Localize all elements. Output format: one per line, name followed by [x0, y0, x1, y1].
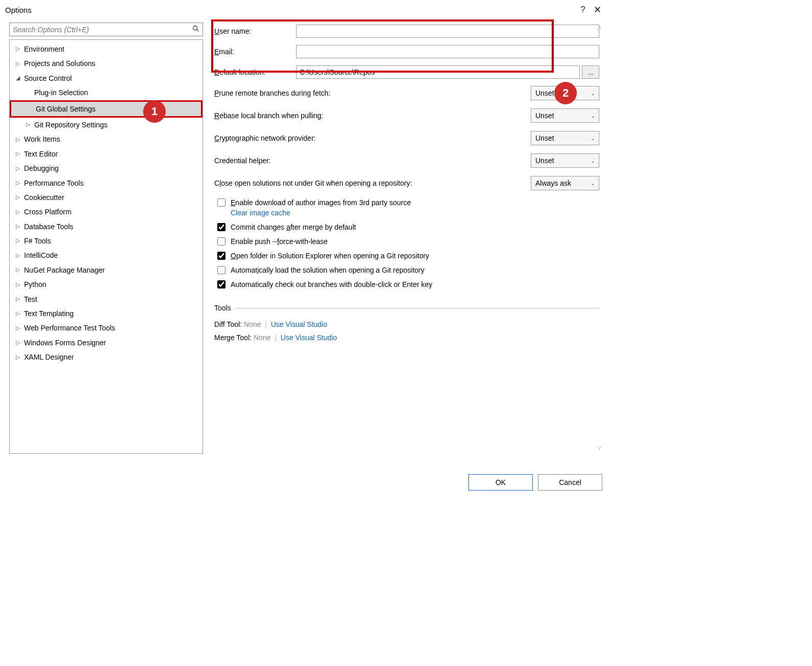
tree-item[interactable]: ▷Text Templating: [10, 306, 202, 321]
merge-tool-row: Merge Tool: None | Use Visual Studio: [214, 334, 599, 342]
tree-item[interactable]: ◢Source Control: [10, 71, 202, 85]
checkbox[interactable]: [217, 223, 225, 231]
tree-item[interactable]: ▷Database Tools: [10, 219, 202, 234]
tree-item[interactable]: ▷Environment: [10, 42, 202, 56]
expand-icon[interactable]: ◢: [14, 74, 22, 83]
checkbox[interactable]: [217, 280, 225, 288]
tree-item[interactable]: ▷Cookiecutter: [10, 190, 202, 205]
default-location-input[interactable]: [296, 65, 580, 79]
dropdown-row: Rebase local branch when pulling:Unset⌄: [214, 108, 599, 123]
tree-item-label: Python: [24, 279, 47, 290]
tree-item[interactable]: Plug-in Selection: [10, 85, 202, 100]
search-icon[interactable]: [192, 25, 199, 34]
merge-tool-use-vs-link[interactable]: Use Visual Studio: [281, 334, 337, 342]
expand-icon[interactable]: ▷: [14, 280, 22, 290]
diff-tool-value: None: [244, 320, 261, 328]
expand-icon[interactable]: ▷: [24, 120, 32, 129]
dropdown-value: Unset: [535, 157, 591, 165]
expand-icon[interactable]: ▷: [14, 265, 22, 275]
tree-item-label: Cross Platform: [24, 206, 72, 217]
checkbox-label: Automatically check out branches with do…: [231, 280, 433, 288]
expand-icon[interactable]: ▷: [14, 236, 22, 246]
help-icon[interactable]: ?: [576, 5, 590, 15]
cancel-button[interactable]: Cancel: [538, 474, 602, 491]
svg-line-1: [197, 30, 199, 32]
tree-item[interactable]: ▷NuGet Package Manager: [10, 263, 202, 277]
expand-icon[interactable]: ▷: [14, 179, 22, 188]
checkbox[interactable]: [217, 237, 225, 246]
expand-icon[interactable]: ▷: [14, 338, 22, 347]
expand-icon[interactable]: ▷: [14, 164, 22, 173]
tree-item[interactable]: ▷Text Editor: [10, 147, 202, 161]
checkbox-label: Enable download of author images from 3r…: [231, 198, 411, 207]
checkbox-row: Automatically load the solution when ope…: [214, 266, 599, 274]
tree-item[interactable]: Git Global Settings: [10, 100, 202, 118]
scroll-up-icon[interactable]: ᐱ: [598, 26, 601, 31]
search-input[interactable]: [13, 26, 192, 34]
checkbox-row: Open folder in Solution Explorer when op…: [214, 252, 599, 260]
tree-item-label: Web Performance Test Tools: [24, 322, 115, 334]
username-label: User name:: [214, 27, 296, 35]
expand-icon[interactable]: ▷: [14, 295, 22, 304]
tree-item[interactable]: ▷XAML Designer: [10, 350, 202, 364]
expand-icon[interactable]: ▷: [14, 251, 22, 260]
expand-icon[interactable]: ▷: [14, 193, 22, 202]
tree-item-label: Git Repository Settings: [34, 119, 107, 130]
tools-section-header: Tools: [214, 304, 599, 312]
tree-item[interactable]: ▷F# Tools: [10, 234, 202, 248]
tree-item[interactable]: ▷IntelliCode: [10, 248, 202, 262]
dropdown[interactable]: Unset⌄: [531, 153, 599, 168]
close-icon[interactable]: ✕: [590, 4, 604, 15]
tree-item-label: IntelliCode: [24, 250, 58, 261]
expand-icon[interactable]: ▷: [14, 45, 22, 54]
ok-button[interactable]: OK: [468, 474, 533, 491]
username-input[interactable]: [296, 25, 599, 38]
dropdown-row: Credential helper:Unset⌄: [214, 153, 599, 168]
expand-icon[interactable]: ▷: [14, 222, 22, 231]
checkbox[interactable]: [217, 252, 225, 260]
email-input[interactable]: [296, 45, 599, 58]
expand-icon[interactable]: ▷: [14, 59, 22, 69]
dropdown-label: Credential helper:: [214, 157, 531, 165]
checkbox[interactable]: [217, 266, 225, 274]
tree-item-label: Projects and Solutions: [24, 58, 95, 69]
tree-item-label: F# Tools: [24, 235, 51, 247]
scroll-down-icon[interactable]: ᐯ: [598, 445, 601, 451]
expand-icon[interactable]: ▷: [14, 353, 22, 362]
dropdown[interactable]: Always ask⌄: [531, 176, 599, 190]
tree-item[interactable]: ▷Git Repository Settings: [10, 118, 202, 132]
expand-icon[interactable]: ▷: [14, 324, 22, 333]
tree-item[interactable]: ▷Test: [10, 292, 202, 306]
checkbox-label: Open folder in Solution Explorer when op…: [231, 252, 429, 260]
tree-item[interactable]: ▷Cross Platform: [10, 205, 202, 219]
checkbox-row: Enable push --force-with-lease: [214, 237, 599, 246]
expand-icon[interactable]: ▷: [14, 309, 22, 318]
expand-icon[interactable]: ▷: [14, 208, 22, 217]
tree-item-label: Plug-in Selection: [34, 87, 88, 98]
checkbox[interactable]: [217, 198, 225, 207]
search-box[interactable]: [9, 23, 203, 36]
dropdown[interactable]: Unset⌄: [531, 131, 599, 145]
clear-image-cache-link[interactable]: Clear image cache: [231, 209, 290, 217]
expand-icon[interactable]: ▷: [14, 135, 22, 144]
checkbox-label: Automatically load the solution when ope…: [231, 266, 424, 274]
tree-item-label: Database Tools: [24, 221, 73, 232]
dropdown-value: Always ask: [535, 179, 591, 187]
dropdown[interactable]: Unset⌄: [531, 108, 599, 123]
expand-icon[interactable]: ▷: [14, 149, 22, 159]
diff-tool-use-vs-link[interactable]: Use Visual Studio: [271, 320, 327, 328]
tree-item[interactable]: ▷Debugging: [10, 161, 202, 175]
tree-item-label: Text Editor: [24, 148, 58, 160]
callout-badge-1: 1: [143, 100, 166, 123]
tree-item[interactable]: ▷Performance Tools: [10, 176, 202, 190]
tree-item[interactable]: ▷Windows Forms Designer: [10, 336, 202, 350]
tree-item[interactable]: ▷Web Performance Test Tools: [10, 321, 202, 335]
checkbox-label: Enable push --force-with-lease: [231, 237, 328, 246]
default-location-label: Default location:: [214, 68, 296, 76]
dropdown-value: Unset: [535, 134, 591, 142]
tree-item-label: Git Global Settings: [36, 103, 96, 115]
tree-item[interactable]: ▷Python: [10, 277, 202, 292]
tree-item[interactable]: ▷Projects and Solutions: [10, 56, 202, 71]
tree-item[interactable]: ▷Work Items: [10, 132, 202, 146]
options-tree[interactable]: ▷Environment▷Projects and Solutions◢Sour…: [9, 39, 203, 454]
